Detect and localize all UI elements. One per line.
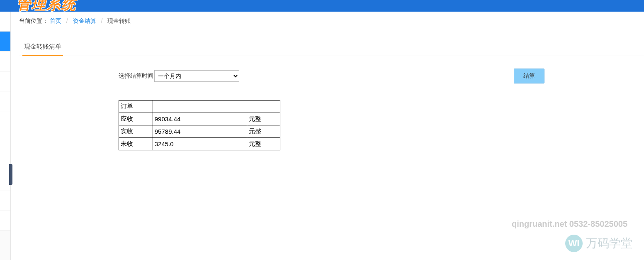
sidebar-item[interactable] bbox=[0, 52, 10, 71]
cell-received-label: 实收 bbox=[119, 125, 153, 138]
header-bar: 管理系统 bbox=[0, 0, 644, 12]
tab-section: 现金转账清单 bbox=[19, 39, 644, 56]
breadcrumb-current: 现金转账 bbox=[107, 17, 131, 24]
table-row-order: 订单 bbox=[119, 101, 280, 113]
cell-outstanding-value: 3245.0 bbox=[153, 138, 247, 150]
filter-time-select[interactable]: 一个月内 bbox=[154, 70, 239, 82]
breadcrumb-home-link[interactable]: 首页 bbox=[50, 17, 61, 24]
footer-contact: qingruanit.net 0532-85025005 bbox=[512, 219, 627, 229]
cell-received-value: 95789.44 bbox=[153, 125, 247, 138]
breadcrumb: 当前位置： 首页 / 资金结算 / 现金转账 bbox=[19, 12, 644, 31]
cell-order-label: 订单 bbox=[119, 101, 153, 113]
settle-button[interactable]: 结算 bbox=[514, 69, 544, 83]
cell-outstanding-unit: 元整 bbox=[247, 138, 280, 150]
table-row-receivable: 应收 99034.44 元整 bbox=[119, 113, 280, 125]
summary-table: 订单 应收 99034.44 元整 实收 95789.44 元整 未收 3245… bbox=[119, 100, 280, 150]
breadcrumb-separator: / bbox=[101, 17, 102, 24]
cell-received-unit: 元整 bbox=[247, 125, 280, 138]
sidebar-item[interactable] bbox=[0, 211, 10, 231]
sidebar-item[interactable] bbox=[0, 111, 10, 131]
cell-receivable-unit: 元整 bbox=[247, 113, 280, 125]
app-logo: 管理系统 bbox=[17, 0, 76, 14]
filter-row: 选择结算时间 一个月内 结算 bbox=[119, 69, 544, 83]
footer-brand: WI 万码学堂 bbox=[565, 235, 632, 252]
breadcrumb-label: 当前位置： bbox=[19, 17, 48, 24]
tab-cash-transfer-list[interactable]: 现金转账清单 bbox=[22, 39, 63, 56]
cell-outstanding-label: 未收 bbox=[119, 138, 153, 150]
sidebar-item[interactable] bbox=[0, 71, 10, 91]
table-row-received: 实收 95789.44 元整 bbox=[119, 125, 280, 138]
table-row-outstanding: 未收 3245.0 元整 bbox=[119, 138, 280, 150]
cell-order-value bbox=[153, 101, 280, 113]
footer-brand-text: 万码学堂 bbox=[586, 235, 632, 251]
sidebar-item[interactable] bbox=[0, 91, 10, 111]
sidebar-item[interactable] bbox=[0, 12, 10, 32]
footer-brand-icon: WI bbox=[565, 235, 583, 252]
breadcrumb-section-link[interactable]: 资金结算 bbox=[73, 17, 96, 24]
content-area: 选择结算时间 一个月内 结算 订单 应收 99034.44 元整 bbox=[19, 56, 644, 150]
sidebar-item[interactable] bbox=[0, 131, 10, 151]
sidebar-item-active[interactable] bbox=[0, 32, 10, 52]
sidebar bbox=[0, 12, 11, 260]
filter-time-label: 选择结算时间 bbox=[119, 72, 153, 80]
breadcrumb-separator: / bbox=[66, 17, 68, 24]
sidebar-collapse-handle[interactable] bbox=[9, 164, 12, 185]
sidebar-item[interactable] bbox=[0, 191, 10, 211]
cell-receivable-label: 应收 bbox=[119, 113, 153, 125]
cell-receivable-value: 99034.44 bbox=[153, 113, 247, 125]
